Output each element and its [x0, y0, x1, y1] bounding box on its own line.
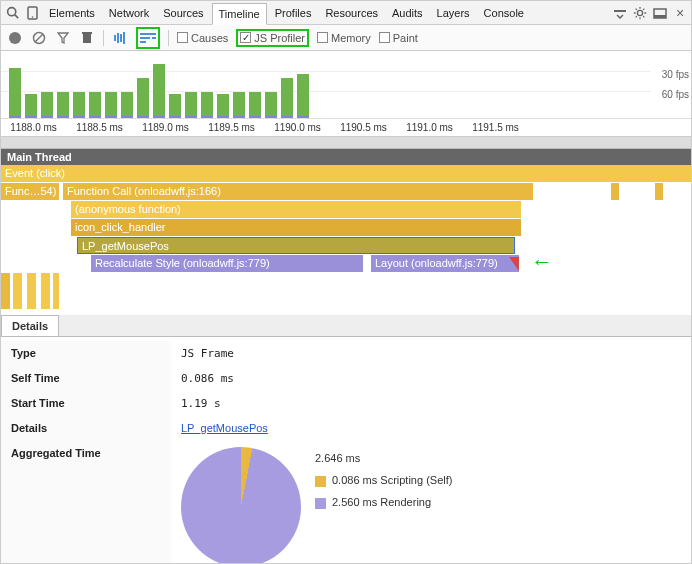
legend-rendering: 2.560 ms Rendering [332, 496, 431, 508]
fps-60-label: 60 fps [662, 89, 689, 100]
detail-key-start: Start Time [1, 391, 171, 416]
svg-point-5 [637, 10, 642, 15]
close-icon[interactable]: × [671, 4, 689, 22]
svg-rect-4 [614, 10, 626, 12]
tab-timeline[interactable]: Timeline [212, 3, 267, 25]
recalc-style-bar[interactable]: Recalculate Style (onloadwff.js:779) [91, 255, 363, 272]
thread-header: Main Thread [1, 149, 691, 165]
svg-rect-14 [152, 37, 156, 39]
tick: 1190.0 ms [265, 119, 331, 136]
small-bar[interactable] [611, 183, 619, 200]
detail-val-start: 1.19 s [171, 391, 691, 416]
annotation-arrow-icon: ← [531, 249, 553, 275]
fps-30-label: 30 fps [662, 69, 689, 80]
tick: 1188.0 ms [1, 119, 67, 136]
legend-total: 2.646 ms [315, 447, 452, 469]
svg-point-3 [31, 16, 33, 18]
legend-scripting: 0.086 ms Scripting (Self) [332, 474, 452, 486]
svg-line-9 [35, 34, 43, 42]
flame-chart[interactable]: Main Thread Event (click) Func…54) Funct… [1, 149, 691, 309]
aggregated-pie-chart [181, 447, 301, 564]
clear-button[interactable] [31, 30, 47, 46]
js-profiler-checkbox[interactable]: JS Profiler [240, 32, 305, 44]
tick: 1190.5 ms [331, 119, 397, 136]
svg-point-0 [7, 8, 15, 16]
func54-bar[interactable]: Func…54) [1, 183, 59, 200]
causes-label: Causes [191, 32, 228, 44]
js-profiler-highlight: JS Profiler [236, 29, 309, 47]
svg-rect-7 [654, 15, 666, 18]
flame-view-icon-highlight [136, 27, 160, 49]
tab-sources[interactable]: Sources [157, 3, 209, 23]
tab-layers[interactable]: Layers [431, 3, 476, 23]
layout-bar[interactable]: Layout (onloadwff.js:779) [371, 255, 519, 272]
svg-rect-12 [140, 33, 156, 35]
tick: 1191.0 ms [397, 119, 463, 136]
flame-stripes [1, 273, 691, 309]
gear-icon[interactable] [631, 4, 649, 22]
event-click-bar[interactable]: Event (click) [1, 165, 691, 182]
tick: 1189.5 ms [199, 119, 265, 136]
details-tabstrip: Details [1, 315, 691, 337]
svg-rect-11 [82, 32, 92, 34]
search-icon[interactable] [3, 4, 21, 22]
tick: 1188.5 ms [67, 119, 133, 136]
pie-legend: 2.646 ms 0.086 ms Scripting (Self) 2.560… [315, 447, 452, 513]
detail-key-type: Type [1, 341, 171, 366]
tab-resources[interactable]: Resources [319, 3, 384, 23]
svg-rect-15 [140, 41, 146, 43]
overview-scrubber[interactable] [1, 137, 691, 149]
js-profiler-label: JS Profiler [254, 32, 305, 44]
bars-view-icon[interactable] [112, 30, 128, 46]
detail-val-type: JS Frame [171, 341, 691, 366]
memory-checkbox[interactable]: Memory [317, 32, 371, 44]
detail-val-self: 0.086 ms [171, 366, 691, 391]
svg-rect-10 [83, 34, 91, 43]
dock-icon[interactable] [651, 4, 669, 22]
record-button[interactable] [7, 30, 23, 46]
tick: 1191.5 ms [463, 119, 529, 136]
paint-label: Paint [393, 32, 418, 44]
details-panel: TypeJS Frame Self Time0.086 ms Start Tim… [1, 337, 691, 564]
warning-triangle-icon [509, 257, 519, 271]
overview-chart[interactable]: 30 fps 60 fps 1188.0 ms 1188.5 ms 1189.0… [1, 51, 691, 137]
timeline-subbar: Causes JS Profiler Memory Paint [1, 25, 691, 51]
tab-console[interactable]: Console [478, 3, 530, 23]
svg-rect-13 [140, 37, 150, 39]
device-icon[interactable] [23, 4, 41, 22]
drawer-icon[interactable] [611, 4, 629, 22]
memory-label: Memory [331, 32, 371, 44]
tab-elements[interactable]: Elements [43, 3, 101, 23]
function-call-bar[interactable]: Function Call (onloadwff.js:166) [63, 183, 533, 200]
tick: 1189.0 ms [133, 119, 199, 136]
time-axis: 1188.0 ms 1188.5 ms 1189.0 ms 1189.5 ms … [1, 118, 691, 136]
svg-line-1 [14, 15, 17, 18]
devtools-tabs: Elements Network Sources Timeline Profil… [1, 1, 691, 25]
details-tab[interactable]: Details [1, 315, 59, 336]
paint-checkbox[interactable]: Paint [379, 32, 418, 44]
get-mouse-pos-bar[interactable]: LP_getMousePos [77, 237, 515, 254]
detail-key-self: Self Time [1, 366, 171, 391]
tab-profiles[interactable]: Profiles [269, 3, 318, 23]
flame-view-icon[interactable] [140, 30, 156, 46]
tab-audits[interactable]: Audits [386, 3, 429, 23]
detail-val-details-link[interactable]: LP_getMousePos [181, 422, 268, 434]
icon-click-handler-bar[interactable]: icon_click_handler [71, 219, 521, 236]
detail-key-agg: Aggregated Time [1, 441, 171, 564]
filter-icon[interactable] [55, 30, 71, 46]
trash-icon[interactable] [79, 30, 95, 46]
tab-network[interactable]: Network [103, 3, 155, 23]
detail-key-details: Details [1, 416, 171, 441]
small-bar[interactable] [655, 183, 663, 200]
anon-function-bar[interactable]: (anonymous function) [71, 201, 521, 218]
causes-checkbox[interactable]: Causes [177, 32, 228, 44]
